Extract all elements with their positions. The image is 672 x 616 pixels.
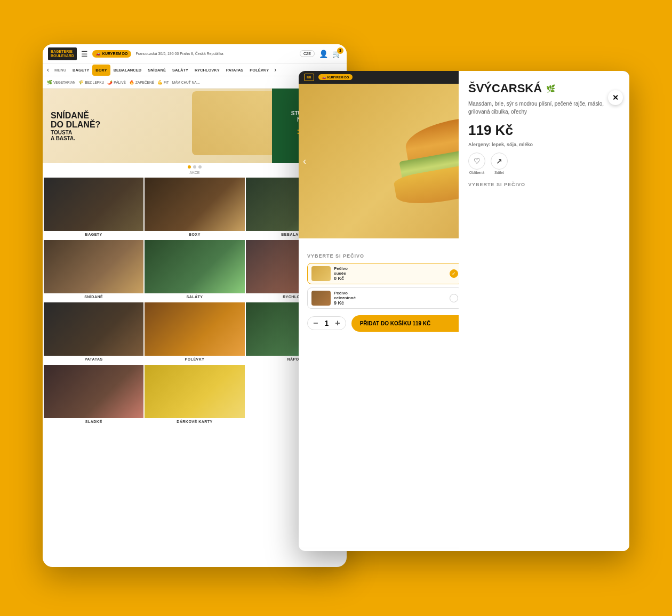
right-device: BB 🚗 KURYREM DO CZE 👤 🛒 3 ✕: [299, 71, 629, 551]
share-icon: ↗: [491, 153, 508, 170]
qty-value: 1: [322, 319, 331, 327]
nav-patatas[interactable]: PATATAS: [223, 65, 247, 76]
bread-section-title-right: VYBERTE SI PEČIVO: [468, 182, 620, 187]
nav-left-arrow[interactable]: ‹: [45, 64, 51, 76]
dot-2[interactable]: [193, 165, 196, 169]
dot-1[interactable]: [188, 165, 191, 169]
bread-img-1: [311, 266, 331, 281]
menu-cell-sladke[interactable]: SLADKÉ: [44, 365, 143, 426]
left-header: BAGETERIE BOULEVARD ☰ 🚗 KURYREM DO Franc…: [43, 44, 347, 65]
product-description: Maasdam, brie, sýr s modrou plísní, peče…: [468, 100, 620, 116]
right-delivery-icon: 🚗: [322, 75, 326, 79]
product-price: 119 Kč: [468, 122, 620, 139]
cart-badge: 3: [337, 47, 343, 54]
menu-cell-boxy[interactable]: BOXY: [145, 178, 244, 239]
favorite-button[interactable]: ♡ Oblíbená: [468, 153, 485, 174]
product-leaf-icon: 🌿: [546, 84, 555, 93]
hero-food-image: [192, 91, 272, 155]
nav-menu[interactable]: MENU: [51, 65, 69, 76]
menu-cell-patatas[interactable]: PATATAS: [44, 302, 143, 364]
menu-cell-snidane[interactable]: SNÍDANÉ: [44, 240, 143, 301]
product-panel: ŠVÝCARSKÁ 🌿 Maasdam, brie, sýr s modrou …: [459, 71, 629, 551]
menu-cell-bagety[interactable]: BAGETY: [44, 178, 143, 239]
nav-snidane[interactable]: SNÍDANÉ: [145, 65, 169, 76]
menu-cell-darkove[interactable]: DÁRKOVÉ KARTY: [145, 365, 244, 426]
bread-option-3[interactable]: Pečivoceleznínné 9 Kč: [307, 287, 462, 309]
logo: BAGETERIE BOULEVARD: [48, 47, 77, 61]
nav-right-arrow[interactable]: ›: [272, 64, 278, 76]
cart-button[interactable]: 🛒 3: [332, 50, 341, 58]
nav-polevky[interactable]: POLÉVKY: [246, 65, 272, 76]
product-title: ŠVÝCARSKÁ 🌿: [468, 82, 620, 95]
nav-rychlovky[interactable]: RYCHLOVKY: [191, 65, 223, 76]
bread-option-1[interactable]: Pečivosueée 0 Kč ✓: [307, 263, 462, 284]
dot-3[interactable]: [198, 165, 202, 169]
filter-bez-lepku[interactable]: 🌾 BEZ LEPKU: [78, 80, 104, 85]
share-button[interactable]: ↗ Sdílet: [491, 153, 508, 174]
product-actions: ♡ Oblíbená ↗ Sdílet: [468, 153, 620, 174]
menu-cell-salaty[interactable]: SALÁTY: [145, 240, 244, 301]
filter-mam-chut[interactable]: MÁM CHUŤ NA ...: [172, 81, 201, 84]
lang-selector[interactable]: CZE: [300, 50, 315, 57]
heart-icon: ♡: [468, 153, 485, 170]
user-icon[interactable]: 👤: [319, 50, 328, 58]
nav-bebalanced[interactable]: BEBALANCED: [110, 65, 145, 76]
filter-vegetarian[interactable]: 🌿 VEGETARIAN: [47, 80, 75, 85]
quantity-control: − 1 +: [307, 316, 346, 330]
prev-button[interactable]: ‹: [303, 155, 306, 166]
bread-check-1: ✓: [450, 269, 458, 278]
nav-salaty[interactable]: SALÁTY: [169, 65, 191, 76]
bread-img-3: [311, 291, 331, 306]
product-allergens: Alergeny: lepek, sója, mléko: [468, 142, 620, 147]
close-button[interactable]: ✕: [608, 90, 623, 105]
bread-info-3: Pečivoceleznínné 9 Kč: [334, 291, 446, 306]
address-text: Francouzská 30/5, 196 00 Praha 8, Česká …: [135, 52, 295, 55]
filter-zapecene[interactable]: 🔥 ZAPEČENÉ: [129, 80, 154, 85]
hero-left: SNÍDANĚDO DLANĚ? TOUSTAA BASTA.: [43, 89, 272, 163]
nav-bagety[interactable]: BAGETY: [69, 65, 92, 76]
menu-cell-polevky[interactable]: POLÉVKY: [145, 302, 244, 364]
qty-plus[interactable]: +: [335, 319, 340, 327]
right-logo: BB: [304, 74, 314, 81]
right-delivery-badge[interactable]: 🚗 KURYREM DO: [318, 74, 353, 80]
filter-fit[interactable]: 💪 FIT: [157, 80, 169, 85]
filter-palive[interactable]: 🌶️ PÁLIVÉ: [107, 80, 126, 85]
nav-boxy[interactable]: BOXY: [92, 65, 110, 76]
bread-info-1: Pečivosueée 0 Kč: [334, 266, 446, 281]
product-detail-container: VYBERTE SI PEČIVO Pečivosueée 0 Kč ✓ P: [299, 238, 629, 548]
delivery-badge[interactable]: 🚗 KURYREM DO: [92, 50, 132, 58]
bread-check-3: [450, 294, 458, 302]
qty-minus[interactable]: −: [313, 319, 318, 327]
hamburger-icon[interactable]: ☰: [81, 50, 88, 58]
delivery-truck-icon: 🚗: [96, 52, 101, 56]
